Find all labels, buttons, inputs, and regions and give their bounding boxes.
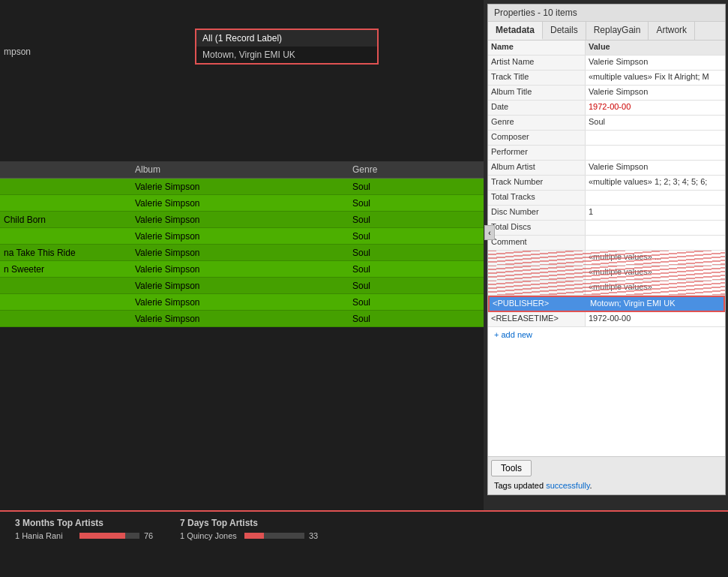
record-label-option-motown[interactable]: Motown, Virgin EMI UK — [196, 47, 377, 63]
track-title: Child Born — [0, 215, 131, 225]
props-label-publisher: <PUBLISHER> — [490, 297, 587, 311]
properties-table: Name Value Artist Name Valerie Simpson T… — [488, 41, 725, 456]
props-row-disc-number[interactable]: Disc Number 1 — [488, 206, 725, 221]
props-row-scribble-2: «multiple values» — [488, 266, 725, 281]
props-value-composer — [586, 131, 725, 145]
table-row[interactable]: Valerie Simpson Soul — [0, 228, 484, 245]
stats-title-7days: 7 Days Top Artists — [180, 518, 330, 528]
props-row-total-discs[interactable]: Total Discs — [488, 221, 725, 236]
props-label-date: Date — [488, 101, 586, 115]
tab-artwork[interactable]: Artwork — [649, 22, 695, 40]
track-title: na Take This Ride — [0, 248, 131, 258]
table-row[interactable]: Child Born Valerie Simpson Soul — [0, 212, 484, 228]
table-row[interactable]: na Take This Ride Valerie Simpson Soul — [0, 245, 484, 261]
props-label-genre: Genre — [488, 116, 586, 130]
table-header: Album Genre — [0, 161, 484, 179]
table-row[interactable]: Valerie Simpson Soul — [0, 195, 484, 212]
table-row[interactable]: Valerie Simpson Soul — [0, 294, 484, 311]
table-row[interactable]: Valerie Simpson Soul — [0, 311, 484, 327]
table-row[interactable]: n Sweeter Valerie Simpson Soul — [0, 261, 484, 278]
props-row-scribble-1: «multiple values» ... — [488, 251, 725, 266]
props-header-row: Name Value — [488, 41, 725, 56]
track-album: Valerie Simpson — [131, 198, 349, 209]
props-row-track-number[interactable]: Track Number «multiple values» 1; 2; 3; … — [488, 176, 725, 191]
props-row-track-title[interactable]: Track Title «multiple values» Fix It Alr… — [488, 71, 725, 86]
props-value-performer — [586, 146, 725, 160]
add-new-button[interactable]: + add new — [488, 327, 725, 342]
status-text: Tags updated successfully. — [494, 481, 592, 490]
track-album: Valerie Simpson — [131, 182, 349, 192]
scribble-overlay-3 — [488, 281, 725, 295]
track-genre: Soul — [349, 281, 409, 291]
tab-details[interactable]: Details — [543, 22, 586, 40]
props-value-date: 1972-00-00 — [586, 101, 725, 115]
tab-metadata[interactable]: Metadata — [488, 22, 543, 40]
scribble-overlay-1 — [488, 251, 725, 265]
tracks-table: Album Genre Valerie Simpson Soul Valerie… — [0, 161, 484, 327]
props-label-total-discs: Total Discs — [488, 221, 586, 235]
props-row-genre[interactable]: Genre Soul — [488, 116, 725, 131]
props-label-album-artist: Album Artist — [488, 161, 586, 175]
props-value-album-artist: Valerie Simpson — [586, 161, 725, 175]
track-album: Valerie Simpson — [131, 314, 349, 324]
props-label-track-title: Track Title — [488, 71, 586, 85]
stats-bar-fill-2 — [244, 533, 264, 539]
props-row-album-artist[interactable]: Album Artist Valerie Simpson — [488, 161, 725, 176]
stats-row-2: 1 Quincy Jones 33 — [180, 531, 330, 540]
record-label-dropdown[interactable]: All (1 Record Label) Motown, Virgin EMI … — [195, 29, 379, 65]
track-genre: Soul — [349, 314, 409, 324]
props-label-composer: Composer — [488, 131, 586, 145]
props-value-comment — [586, 236, 725, 250]
track-album: Valerie Simpson — [131, 231, 349, 242]
stats-box-3months: 3 Months Top Artists 1 Hania Rani 76 — [15, 518, 165, 542]
track-title: n Sweeter — [0, 264, 131, 275]
props-row-date[interactable]: Date 1972-00-00 — [488, 101, 725, 116]
scribble-overlay-2 — [488, 266, 725, 280]
props-row-performer[interactable]: Performer — [488, 146, 725, 161]
record-label-option-all[interactable]: All (1 Record Label) — [196, 30, 377, 47]
props-row-artist-name[interactable]: Artist Name Valerie Simpson — [488, 56, 725, 71]
props-row-scribble-3: «multiple values» — [488, 281, 725, 296]
props-label-album-title: Album Title — [488, 86, 586, 100]
track-album: Valerie Simpson — [131, 215, 349, 225]
stats-count-1: 76 — [144, 531, 153, 540]
panel-collapse-button[interactable]: ‹ — [484, 225, 495, 240]
col-genre: Genre — [349, 164, 409, 175]
props-label-track-number: Track Number — [488, 176, 586, 190]
track-album: Valerie Simpson — [131, 264, 349, 275]
tab-replaygain[interactable]: ReplayGain — [586, 22, 649, 40]
track-genre: Soul — [349, 264, 409, 275]
props-row-album-title[interactable]: Album Title Valerie Simpson — [488, 86, 725, 101]
props-row-releasetime[interactable]: <RELEASETIME> 1972-00-00 — [488, 312, 725, 327]
artist-label: mpson — [4, 47, 31, 57]
track-genre: Soul — [349, 248, 409, 258]
props-row-publisher[interactable]: <PUBLISHER> Motown; Virgin EMI UK — [488, 296, 725, 312]
properties-panel: Properties - 10 items Metadata Details R… — [487, 4, 726, 495]
track-album: Valerie Simpson — [131, 297, 349, 308]
props-value-total-tracks — [586, 191, 725, 205]
stats-count-2: 33 — [309, 531, 318, 540]
track-genre: Soul — [349, 198, 409, 209]
props-label-total-tracks: Total Tracks — [488, 191, 586, 205]
props-value-disc-number: 1 — [586, 206, 725, 220]
stats-bar-bg-2 — [244, 533, 304, 539]
stats-box-7days: 7 Days Top Artists 1 Quincy Jones 33 — [180, 518, 330, 542]
tools-button[interactable]: Tools — [491, 460, 532, 476]
stats-bar-fill-1 — [79, 533, 125, 539]
track-album: Valerie Simpson — [131, 281, 349, 291]
properties-footer: Tools Tags updated successfully. — [488, 456, 725, 494]
props-value-releasetime: 1972-00-00 — [586, 312, 725, 326]
table-row[interactable]: Valerie Simpson Soul — [0, 179, 484, 195]
stats-bar-bg-1 — [79, 533, 139, 539]
props-value-artist-name: Valerie Simpson — [586, 56, 725, 70]
properties-tabs: Metadata Details ReplayGain Artwork — [488, 22, 725, 41]
table-row[interactable]: Valerie Simpson Soul — [0, 278, 484, 294]
track-genre: Soul — [349, 231, 409, 242]
props-row-total-tracks[interactable]: Total Tracks — [488, 191, 725, 206]
props-header-value: Value — [586, 41, 725, 55]
props-row-comment[interactable]: Comment — [488, 236, 725, 251]
status-bar: Tags updated successfully. — [491, 479, 722, 491]
props-label-artist-name: Artist Name — [488, 56, 586, 70]
props-row-composer[interactable]: Composer — [488, 131, 725, 146]
track-album: Valerie Simpson — [131, 248, 349, 258]
